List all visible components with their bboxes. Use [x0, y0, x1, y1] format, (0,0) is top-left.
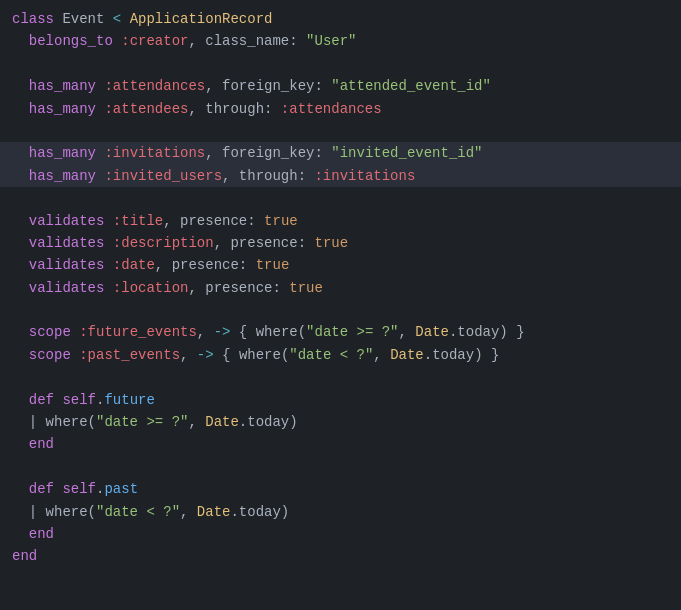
code-line: has_many :attendances, foreign_key: "att… [0, 75, 681, 97]
code-token: , foreign_key: [205, 145, 331, 161]
code-token: Date [415, 324, 449, 340]
code-token: Date [205, 414, 239, 430]
code-token: "attended_event_id" [331, 78, 491, 94]
code-token: def [12, 392, 54, 408]
code-token: , presence: [188, 280, 289, 296]
code-token: , [197, 324, 214, 340]
code-token: has_many [12, 78, 96, 94]
code-line: validates :title, presence: true [0, 210, 681, 232]
code-token: , class_name: [188, 33, 306, 49]
code-token: | where( [12, 504, 96, 520]
code-token: validates [12, 280, 104, 296]
code-token [71, 324, 79, 340]
code-token: end [12, 526, 54, 542]
code-line [0, 187, 681, 209]
code-token: has_many [12, 101, 96, 117]
code-line [0, 299, 681, 321]
code-line: validates :location, presence: true [0, 277, 681, 299]
code-token: validates [12, 235, 104, 251]
code-token: def [12, 481, 54, 497]
code-token: < [113, 11, 121, 27]
code-token: :description [113, 235, 214, 251]
code-token: true [314, 235, 348, 251]
code-token: :future_events [79, 324, 197, 340]
code-token: { where( [214, 347, 290, 363]
code-line [0, 120, 681, 142]
code-line [0, 53, 681, 75]
code-token: validates [12, 257, 104, 273]
code-token: "date < ?" [289, 347, 373, 363]
code-token: "date >= ?" [96, 414, 188, 430]
code-token: :title [113, 213, 163, 229]
code-token: has_many [12, 168, 96, 184]
code-token: Date [390, 347, 424, 363]
code-token: :invitations [314, 168, 415, 184]
code-token: self [54, 481, 96, 497]
code-line: belongs_to :creator, class_name: "User" [0, 30, 681, 52]
code-line [0, 366, 681, 388]
code-line: class Event < ApplicationRecord [0, 8, 681, 30]
code-token: -> [197, 347, 214, 363]
code-line: validates :description, presence: true [0, 232, 681, 254]
code-token: true [256, 257, 290, 273]
code-token: has_many [12, 145, 96, 161]
code-line: validates :date, presence: true [0, 254, 681, 276]
code-token: validates [12, 213, 104, 229]
code-token: .today) } [449, 324, 525, 340]
code-token: Date [197, 504, 231, 520]
code-token: , presence: [214, 235, 315, 251]
code-line: | where("date >= ?", Date.today) [0, 411, 681, 433]
code-token: -> [214, 324, 231, 340]
code-token: class [12, 11, 54, 27]
code-editor: class Event < ApplicationRecord belongs_… [0, 0, 681, 610]
code-token: scope [12, 324, 71, 340]
code-token: :attendees [104, 101, 188, 117]
code-token [104, 213, 112, 229]
code-token [71, 347, 79, 363]
code-token: self [54, 392, 96, 408]
code-token: .today) [239, 414, 298, 430]
code-token: :attendances [104, 78, 205, 94]
code-token [113, 33, 121, 49]
code-token: { where( [230, 324, 306, 340]
code-line: scope :past_events, -> { where("date < ?… [0, 344, 681, 366]
code-line: end [0, 433, 681, 455]
code-token: past [104, 481, 138, 497]
code-line: end [0, 523, 681, 545]
code-line: has_many :attendees, through: :attendanc… [0, 98, 681, 120]
code-token: | where( [12, 414, 96, 430]
code-line: def self.past [0, 478, 681, 500]
code-token: "User" [306, 33, 356, 49]
code-token [104, 257, 112, 273]
code-token: , through: [188, 101, 280, 117]
code-token [104, 235, 112, 251]
code-token: , [180, 504, 197, 520]
code-token: , foreign_key: [205, 78, 331, 94]
code-line [0, 456, 681, 478]
code-token: , [373, 347, 390, 363]
code-token: :past_events [79, 347, 180, 363]
code-line: has_many :invited_users, through: :invit… [0, 165, 681, 187]
code-token: true [289, 280, 323, 296]
code-token: true [264, 213, 298, 229]
code-token: , presence: [155, 257, 256, 273]
code-token: scope [12, 347, 71, 363]
code-token: , through: [222, 168, 314, 184]
code-token: :location [113, 280, 189, 296]
code-line: end [0, 545, 681, 567]
code-token: :date [113, 257, 155, 273]
code-token: "date < ?" [96, 504, 180, 520]
code-line: def self.future [0, 389, 681, 411]
code-token: , presence: [163, 213, 264, 229]
code-token: :creator [121, 33, 188, 49]
code-token [121, 11, 129, 27]
code-token: :invitations [104, 145, 205, 161]
code-token: , [188, 414, 205, 430]
code-token: , [180, 347, 197, 363]
code-token: "invited_event_id" [331, 145, 482, 161]
code-token: ApplicationRecord [130, 11, 273, 27]
code-line: | where("date < ?", Date.today) [0, 501, 681, 523]
code-token: :attendances [281, 101, 382, 117]
code-token: "date >= ?" [306, 324, 398, 340]
code-token: belongs_to [12, 33, 113, 49]
